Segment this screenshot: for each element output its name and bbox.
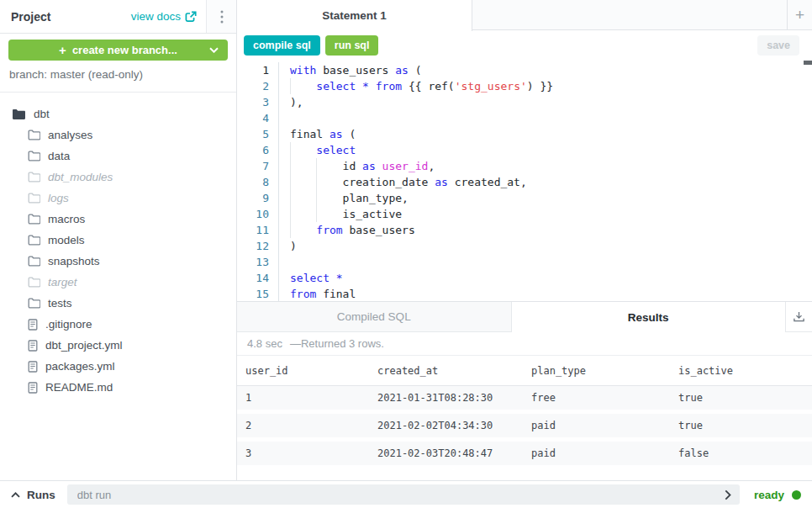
runs-toggle[interactable]: Runs — [11, 489, 55, 501]
folder-icon — [28, 235, 40, 246]
tree-item-gitignore[interactable]: .gitignore — [0, 314, 236, 335]
new-statement-button[interactable]: + — [787, 0, 812, 29]
code-line[interactable]: from base_users — [290, 222, 812, 238]
code-line[interactable]: id as user_id, — [290, 158, 812, 174]
view-docs-link[interactable]: view docs — [131, 10, 206, 23]
code-line[interactable] — [290, 254, 812, 270]
folder-icon — [28, 214, 40, 225]
table-cell: 2021-02-02T04:34:30 — [369, 420, 523, 431]
code-line[interactable]: creation_date as created_at, — [290, 174, 812, 190]
folder-icon — [28, 130, 40, 140]
main-area: Project view docs + create new — [0, 0, 812, 480]
editor-code: with base_users as ( select * from {{ re… — [279, 62, 812, 301]
code-line[interactable]: ) — [290, 238, 812, 254]
tree-item-dbt[interactable]: dbt — [0, 103, 236, 124]
branch-area: + create new branch... — [0, 34, 236, 61]
column-header: created_at — [369, 365, 523, 377]
table-cell: 2 — [237, 420, 369, 431]
code-line[interactable]: final as ( — [290, 126, 812, 142]
results-table-body: 12021-01-31T08:28:30freetrue22021-02-02T… — [237, 386, 812, 469]
compile-sql-button[interactable]: compile sql — [244, 35, 320, 56]
line-number: 4 — [237, 110, 269, 126]
tab-compiled-sql[interactable]: Compiled SQL — [237, 302, 512, 332]
code-line[interactable]: ), — [290, 94, 812, 110]
results-table: user_idcreated_atplan_typeis_active 1202… — [237, 356, 812, 480]
dbt-ide-window: Project view docs + create new — [0, 0, 812, 508]
view-docs-label: view docs — [131, 10, 181, 23]
tree-item-label: target — [48, 276, 77, 288]
sidebar-header: Project view docs — [0, 0, 236, 34]
run-sql-button[interactable]: run sql — [325, 35, 379, 56]
tab-statement-1[interactable]: Statement 1 — [237, 0, 472, 31]
tree-item-snapshots[interactable]: snapshots — [0, 251, 236, 272]
indent-guide — [316, 158, 317, 174]
save-button[interactable]: save — [757, 35, 799, 56]
tree-item-label: logs — [48, 192, 69, 204]
download-results-button[interactable] — [785, 302, 812, 332]
code-line[interactable] — [290, 110, 812, 126]
tree-item-tests[interactable]: tests — [0, 293, 236, 314]
tree-item-target[interactable]: target — [0, 272, 236, 293]
line-number: 15 — [237, 286, 269, 301]
editor-toolbar: compile sql run sql save — [237, 30, 812, 61]
code-line[interactable]: with base_users as ( — [290, 62, 812, 78]
tree-item-label: dbt — [34, 108, 50, 120]
indent-guide — [290, 190, 291, 206]
tree-item-label: analyses — [48, 129, 92, 141]
tree-item-label: .gitignore — [45, 318, 92, 331]
sidebar-menu-button[interactable] — [206, 0, 236, 33]
indent-guide — [290, 222, 291, 238]
indent-guide — [290, 158, 291, 174]
code-line[interactable]: select — [290, 142, 812, 158]
sql-editor[interactable]: 123456789101112131415 with base_users as… — [237, 61, 812, 301]
folder-icon — [28, 277, 40, 288]
status-dot — [792, 490, 801, 500]
tree-item-logs[interactable]: logs — [0, 188, 236, 209]
code-line[interactable]: plan_type, — [290, 190, 812, 206]
runs-footer-bar: Runs ready — [0, 480, 812, 508]
folder-open-icon — [12, 108, 26, 120]
line-number: 8 — [237, 174, 269, 190]
indent-guide — [316, 190, 317, 206]
tree-item-label: snapshots — [48, 255, 100, 267]
code-line[interactable]: select * from {{ ref('stg_users') }} — [290, 78, 812, 94]
folder-icon — [28, 151, 40, 161]
tree-item-data[interactable]: data — [0, 146, 236, 167]
code-line[interactable]: select * — [290, 270, 812, 286]
line-number: 2 — [237, 78, 269, 94]
statement-tab-label: Statement 1 — [322, 9, 387, 22]
create-branch-label: create new branch... — [72, 44, 177, 56]
code-line[interactable]: from final — [290, 286, 812, 301]
tree-item-label: packages.yml — [45, 360, 115, 373]
file-tree: dbtanalysesdatadbt_moduleslogsmacrosmode… — [0, 93, 236, 398]
table-cell: 2021-02-03T20:48:47 — [369, 447, 523, 459]
results-tab-label: Results — [628, 311, 669, 324]
tree-item-readme-md[interactable]: README.md — [0, 377, 236, 398]
run-command-input[interactable] — [76, 488, 725, 502]
editor-gutter: 123456789101112131415 — [237, 62, 279, 301]
query-status-bar: 4.8 sec —Returned 3 rows. — [237, 332, 812, 356]
indent-guide — [316, 206, 317, 222]
external-link-icon — [185, 11, 197, 23]
tree-item-label: dbt_modules — [48, 171, 113, 183]
create-branch-button[interactable]: + create new branch... — [8, 40, 228, 61]
tree-item-dbt-modules[interactable]: dbt_modules — [0, 167, 236, 188]
line-number: 6 — [237, 142, 269, 158]
line-number: 9 — [237, 190, 269, 206]
code-line[interactable]: is_active — [290, 206, 812, 222]
indent-guide — [290, 78, 291, 94]
table-cell: 3 — [237, 447, 369, 459]
tree-item-packages-yml[interactable]: packages.yml — [0, 356, 236, 377]
table-cell: paid — [523, 447, 670, 459]
tree-item-dbt-project-yml[interactable]: dbt_project.yml — [0, 335, 236, 356]
tree-item-models[interactable]: models — [0, 230, 236, 251]
line-number: 1 — [237, 62, 269, 78]
indent-guide — [316, 174, 317, 190]
tab-results[interactable]: Results — [512, 302, 786, 332]
tree-item-analyses[interactable]: analyses — [0, 124, 236, 146]
compiled-sql-tab-label: Compiled SQL — [337, 310, 411, 323]
chevron-right-icon[interactable] — [725, 489, 731, 500]
editor-scrollbar-thumb[interactable] — [804, 61, 812, 65]
tree-item-macros[interactable]: macros — [0, 209, 236, 230]
table-cell: 1 — [237, 392, 369, 404]
